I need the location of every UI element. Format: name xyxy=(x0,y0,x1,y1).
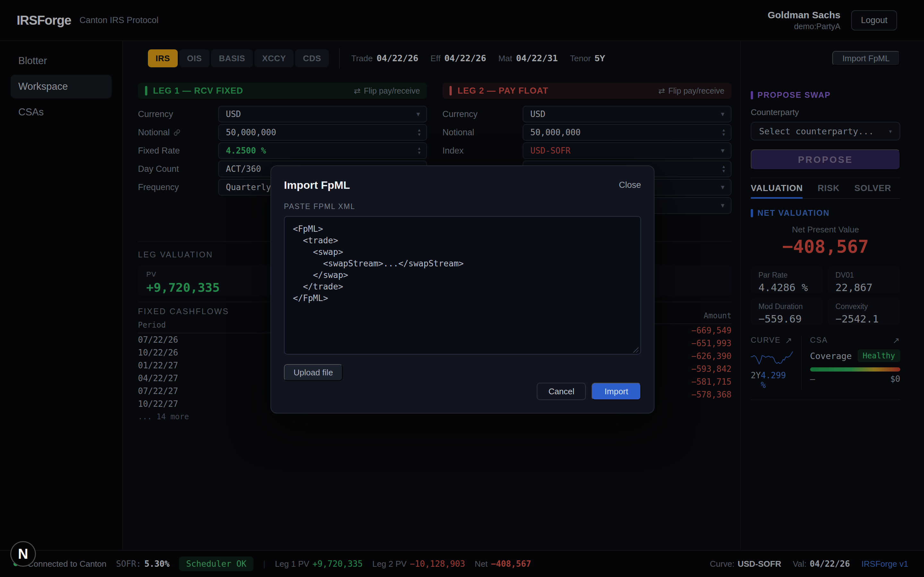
import-fpml-modal: Import FpML Close PASTE FPML XML <FpML> … xyxy=(270,165,654,414)
dev-n-badge[interactable]: N xyxy=(10,541,36,567)
modal-footer: Cancel Import xyxy=(537,383,641,400)
modal-header: Import FpML Close xyxy=(284,179,641,191)
cancel-button[interactable]: Cancel xyxy=(537,383,586,400)
upload-file-button[interactable]: Upload file xyxy=(284,364,342,381)
xml-textarea-wrap: <FpML> <trade> <swap> <swapStream>...</s… xyxy=(284,216,641,356)
modal-title: Import FpML xyxy=(284,179,350,191)
textarea-label: PASTE FPML XML xyxy=(284,202,641,211)
fpml-xml-textarea[interactable]: <FpML> <trade> <swap> <swapStream>...</s… xyxy=(284,216,641,355)
close-button[interactable]: Close xyxy=(619,180,641,190)
badge-letter: N xyxy=(18,546,28,562)
import-button[interactable]: Import xyxy=(591,383,641,400)
